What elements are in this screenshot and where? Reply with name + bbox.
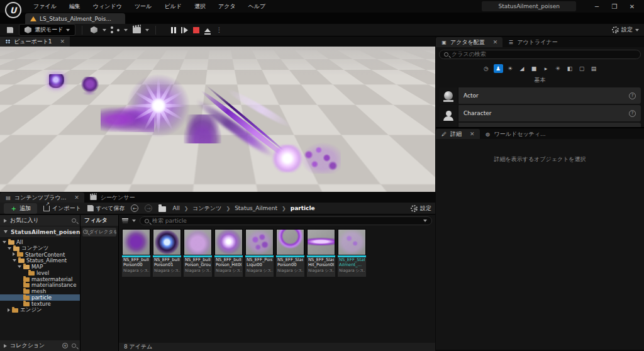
tab-sequencer[interactable]: シーケンサー — [84, 192, 140, 203]
play-options-icon[interactable]: ⋮ — [216, 26, 222, 33]
tree-item-level[interactable]: level — [0, 270, 80, 276]
tab-place-actors[interactable]: ▣ アクタを配置 ✕ — [436, 37, 502, 47]
chevron-down-icon[interactable] — [423, 220, 427, 222]
placeable-character-row[interactable]: Character ? — [439, 105, 641, 121]
asset-tile-ns-eff-bullet-poison00[interactable]: NS_EFF_bullet_Poison00Niagara シス... — [122, 229, 150, 277]
chevron-down-icon[interactable] — [132, 220, 136, 222]
menu-help[interactable]: ヘルプ — [243, 1, 272, 13]
tree-item-startercontent[interactable]: StarterContent — [0, 252, 80, 258]
maximize-button[interactable]: ❐ — [606, 1, 623, 12]
minimize-button[interactable]: ─ — [589, 1, 605, 12]
tab-content-browser[interactable]: ▤ コンテンツブラウ... ✕ — [0, 192, 84, 203]
breadcrumb-particle[interactable]: particle — [291, 205, 315, 211]
menu-actor[interactable]: アクタ — [213, 1, 242, 13]
tab-outliner[interactable]: ☰ アウトライナー — [502, 37, 562, 47]
tree-item-map[interactable]: MAP — [0, 264, 80, 270]
particle-effect-poison-puff[interactable] — [81, 77, 99, 93]
search-icon[interactable] — [72, 218, 76, 223]
particle-effect-starburst[interactable] — [126, 74, 191, 137]
folder-icon[interactable] — [158, 206, 166, 212]
geometry-category-icon[interactable]: ◧ — [565, 64, 575, 73]
search-icon[interactable] — [72, 343, 76, 348]
breadcrumb-all[interactable]: All — [172, 205, 179, 211]
pause-button[interactable] — [171, 27, 176, 33]
filter-funnel-icon[interactable] — [122, 218, 128, 223]
asset-tile-ns-eff-stat-ailment[interactable]: NS_EFF_Stat_Ailment_...Niagara シス... — [338, 229, 366, 277]
back-button[interactable]: ← — [131, 204, 138, 212]
asset-tile-ns-eff-bullet-poison01[interactable]: NS_EFF_bullet_Poison01Niagara シス... — [153, 229, 181, 277]
eject-button[interactable] — [204, 28, 211, 32]
cinematics-button[interactable] — [131, 26, 142, 35]
add-collection-icon[interactable]: + — [62, 343, 68, 348]
asset-tile-ns-eff-slash-hit-poison00[interactable]: NS_EFF_Slash_Hit_Poison00Niagara シス... — [307, 229, 335, 277]
close-icon[interactable]: ✕ — [60, 38, 65, 45]
tab-details[interactable]: 🖉 詳細 ✕ — [436, 129, 480, 139]
asset-search-input[interactable]: 検索 particle — [140, 216, 432, 225]
particle-effect-poison-orb[interactable] — [49, 74, 64, 88]
import-button[interactable]: インポート — [43, 204, 81, 213]
tab-level-asset[interactable]: LS_Status_Ailment_Pois... — [25, 13, 125, 24]
blueprints-button[interactable] — [110, 26, 120, 35]
save-all-button[interactable]: すべて保存 — [87, 204, 125, 213]
menu-select[interactable]: 選択 — [189, 1, 211, 13]
collections-header[interactable]: コレクション + — [0, 340, 80, 351]
stop-button[interactable] — [193, 27, 199, 33]
volumes-category-icon[interactable]: ▢ — [577, 64, 587, 73]
content-browser-settings-button[interactable]: 設定 — [411, 204, 431, 213]
toolbar-settings-button[interactable]: 設定 — [612, 26, 639, 34]
save-icon[interactable] — [5, 26, 15, 35]
search-icon[interactable] — [83, 230, 87, 234]
shapes-category-icon[interactable]: ◢ — [518, 64, 527, 73]
particle-effect-slash[interactable] — [196, 82, 309, 170]
tree-item-engine[interactable]: エンジン — [0, 307, 80, 313]
cinematic-category-icon[interactable]: ■ — [530, 64, 539, 73]
help-icon[interactable]: ? — [629, 92, 636, 99]
chevron-down-icon[interactable] — [145, 29, 149, 31]
asset-tile-ns-eff-slash-poison00[interactable]: NS_EFF_Slash_Poison00Niagara シス... — [276, 229, 304, 277]
close-icon[interactable]: ✕ — [493, 39, 498, 45]
menu-window[interactable]: ウィンドウ — [87, 1, 128, 13]
menu-file[interactable]: ファイル — [28, 1, 62, 13]
close-icon[interactable]: ✕ — [74, 194, 79, 201]
tree-item-status-ailment[interactable]: Status_Ailment — [0, 257, 80, 264]
all-classes-category-icon[interactable]: ▤ — [589, 64, 599, 73]
close-icon[interactable]: ✕ — [470, 131, 475, 137]
tree-item-mastermaterial[interactable]: mastermaterial — [0, 276, 80, 282]
tree-item-mesh[interactable]: mesh — [0, 288, 80, 294]
chevron-down-icon[interactable] — [124, 29, 128, 31]
particle-effect-scatter[interactable] — [301, 142, 341, 174]
lights-category-icon[interactable]: ☀ — [506, 64, 515, 73]
forward-button[interactable]: → — [145, 204, 152, 212]
menu-build[interactable]: ビルド — [158, 1, 187, 13]
recent-category-icon[interactable]: ◷ — [482, 64, 491, 73]
placeable-actor-row[interactable]: Actor ? — [439, 87, 641, 104]
asset-tile-ns-eff-bullet-poison-ground[interactable]: NS_EFF_bullet_Poison_GroundNiagara シス... — [184, 229, 212, 277]
filter-show-redirectors[interactable]: リダイレクタを表示 — [82, 228, 116, 237]
breadcrumb-status-ailment[interactable]: Status_Ailment — [235, 205, 277, 211]
tree-item-particle[interactable]: particle — [0, 294, 80, 301]
menu-edit[interactable]: 編集 — [64, 1, 86, 13]
asset-tile-ns-eff-poison-liqui00[interactable]: NS_EFF_Poison_Liqui00Niagara シス... — [245, 229, 274, 277]
project-source-header[interactable]: StatusAilment_poisen — [0, 226, 80, 237]
tab-world-settings[interactable]: ◍ ワールドセッティ... — [480, 129, 551, 139]
favorites-header[interactable]: お気に入り — [0, 215, 80, 226]
select-mode-button[interactable]: 選択モード — [19, 24, 75, 36]
basic-category-icon[interactable]: ♟ — [494, 64, 503, 73]
level-viewport[interactable] — [0, 47, 435, 192]
asset-tile-ns-eff-bullet-poison-hit00[interactable]: NS_EFF_bullet_Poison_Hit00Niagara シス... — [214, 229, 243, 277]
add-actor-button[interactable]: + — [89, 26, 99, 35]
class-search-input[interactable]: クラスの検索 — [439, 50, 641, 59]
frame-skip-button[interactable] — [181, 27, 188, 33]
tree-item-content[interactable]: コンテンツ — [0, 245, 80, 252]
media-category-icon[interactable]: ▸ — [541, 64, 551, 73]
visual-effects-category-icon[interactable]: ✳ — [553, 64, 563, 73]
help-icon[interactable]: ? — [629, 110, 636, 117]
chevron-down-icon[interactable] — [103, 29, 106, 31]
breadcrumb-content[interactable]: コンテンツ — [192, 204, 221, 213]
close-button[interactable]: ✕ — [624, 1, 640, 12]
unreal-logo-icon[interactable]: U — [5, 2, 21, 18]
menu-tools[interactable]: ツール — [129, 1, 157, 13]
tab-viewport1[interactable]: ビューポート1 ✕ — [0, 36, 70, 47]
tree-item-materialinstance[interactable]: materialinstance — [0, 282, 80, 289]
add-button[interactable]: ＋ 追加 — [4, 203, 37, 214]
